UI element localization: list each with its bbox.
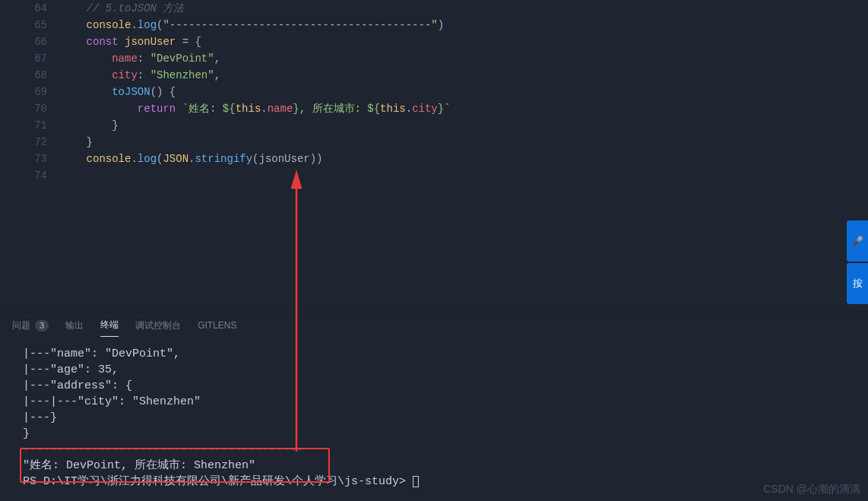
mic-button[interactable]: 🎤 bbox=[847, 220, 868, 262]
tab-gitlens-label: GITLENS bbox=[198, 320, 236, 331]
watermark: CSDN @心潮的滴滴 bbox=[763, 483, 860, 496]
line-number: 73 bbox=[0, 151, 61, 167]
code-content: name: "DevPoint", bbox=[61, 50, 220, 67]
line-number: 69 bbox=[0, 84, 61, 100]
code-content: console.log(JSON.stringify(jsonUser)) bbox=[61, 151, 323, 167]
terminal-line: } bbox=[23, 426, 845, 442]
tab-output[interactable]: 输出 bbox=[65, 319, 84, 337]
line-number: 65 bbox=[0, 17, 61, 33]
tab-problems-label: 问题 bbox=[12, 319, 30, 332]
line-number: 67 bbox=[0, 50, 61, 67]
code-content: } bbox=[61, 134, 93, 151]
terminal-prompt[interactable]: PS D:\IT学习\浙江力得科技有限公司\新产品研发\个人学习\js-stud… bbox=[23, 474, 845, 490]
terminal-cursor bbox=[413, 476, 419, 487]
code-line[interactable]: 73 console.log(JSON.stringify(jsonUser)) bbox=[0, 151, 868, 167]
tab-gitlens[interactable]: GITLENS bbox=[198, 319, 236, 337]
line-number: 64 bbox=[0, 0, 61, 17]
terminal-line: |---"name": "DevPoint", bbox=[23, 346, 845, 362]
code-line[interactable]: 70 return `姓名: ${this.name}, 所在城市: ${thi… bbox=[0, 100, 868, 117]
terminal-output[interactable]: |---"name": "DevPoint",|---"age": 35,|--… bbox=[0, 340, 868, 496]
code-line[interactable]: 67 name: "DevPoint", bbox=[0, 50, 868, 67]
code-line[interactable]: 69 toJSON() { bbox=[0, 84, 868, 100]
line-number: 71 bbox=[0, 117, 61, 134]
tab-terminal[interactable]: 终端 bbox=[100, 319, 119, 337]
line-number: 66 bbox=[0, 33, 61, 50]
tab-problems[interactable]: 问题 3 bbox=[12, 319, 49, 337]
problems-count-badge: 3 bbox=[35, 320, 49, 331]
tab-terminal-label: 终端 bbox=[100, 319, 119, 331]
terminal-line: ----------------------------------------… bbox=[23, 442, 845, 458]
terminal-line: |---"age": 35, bbox=[23, 362, 845, 378]
terminal-panel: 问题 3 输出 终端 调试控制台 GITLENS |---"name": "De… bbox=[0, 312, 868, 496]
tab-debug-console[interactable]: 调试控制台 bbox=[135, 319, 181, 337]
key-label: 按 bbox=[853, 277, 863, 290]
line-number: 70 bbox=[0, 100, 61, 117]
line-number: 68 bbox=[0, 67, 61, 84]
line-number: 72 bbox=[0, 134, 61, 151]
side-panel: 🎤 按 bbox=[847, 220, 868, 306]
code-content: toJSON() { bbox=[61, 84, 176, 100]
code-line[interactable]: 64 // 5.toJSON 方法 bbox=[0, 0, 868, 17]
terminal-line: |---"address": { bbox=[23, 378, 845, 394]
panel-tabs: 问题 3 输出 终端 调试控制台 GITLENS bbox=[0, 312, 868, 340]
code-line[interactable]: 66 const jsonUser = { bbox=[0, 33, 868, 50]
tab-output-label: 输出 bbox=[65, 319, 84, 332]
code-line[interactable]: 74 bbox=[0, 167, 868, 184]
code-content: // 5.toJSON 方法 bbox=[61, 0, 184, 17]
mic-icon: 🎤 bbox=[851, 236, 863, 247]
terminal-line: |---|---"city": "Shenzhen" bbox=[23, 394, 845, 410]
code-content: const jsonUser = { bbox=[61, 33, 201, 50]
code-content: } bbox=[61, 117, 119, 134]
code-line[interactable]: 72 } bbox=[0, 134, 868, 151]
terminal-line: "姓名: DevPoint, 所在城市: Shenzhen" bbox=[23, 458, 845, 474]
code-editor[interactable]: 64 // 5.toJSON 方法65 console.log("-------… bbox=[0, 0, 868, 312]
tab-debug-label: 调试控制台 bbox=[135, 319, 181, 332]
line-number: 74 bbox=[0, 167, 61, 184]
code-content: console.log("---------------------------… bbox=[61, 17, 444, 33]
key-button[interactable]: 按 bbox=[847, 263, 868, 304]
code-line[interactable]: 71 } bbox=[0, 117, 868, 134]
code-line[interactable]: 65 console.log("------------------------… bbox=[0, 17, 868, 33]
code-content: city: "Shenzhen", bbox=[61, 67, 220, 84]
code-content: return `姓名: ${this.name}, 所在城市: ${this.c… bbox=[61, 100, 451, 117]
terminal-line: |---} bbox=[23, 410, 845, 426]
code-line[interactable]: 68 city: "Shenzhen", bbox=[0, 67, 868, 84]
